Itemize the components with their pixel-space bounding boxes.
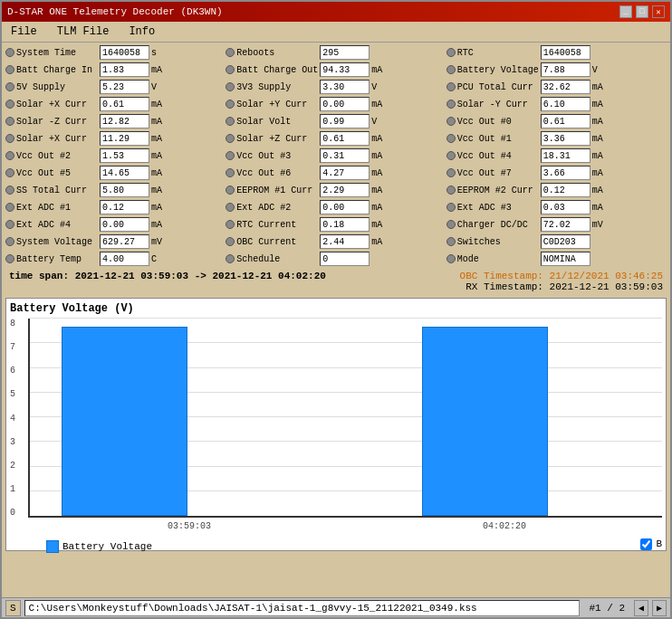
obc-rx-area: OBC Timestamp: 21/12/2021 03:46:25 RX Ti… — [460, 271, 663, 292]
telem-unit: mA — [151, 220, 169, 230]
rx-timestamp-row: RX Timestamp: 2021-12-21 03:59:03 — [460, 281, 663, 292]
telem-unit: mA — [151, 100, 169, 110]
led-indicator — [5, 186, 14, 195]
b-checkbox[interactable] — [640, 538, 652, 550]
telem-label: Battery Voltage — [457, 65, 539, 75]
close-button[interactable]: ✕ — [652, 5, 665, 18]
led-indicator — [226, 203, 235, 212]
telem-label: Vcc Out #1 — [457, 134, 539, 144]
telem-value: 1.53 — [100, 148, 149, 163]
telem-unit: mA — [592, 168, 610, 178]
legend-color-box — [46, 540, 59, 553]
table-row: Solar Volt0.99V — [226, 113, 446, 129]
nav-prev-button[interactable]: ◀ — [634, 600, 648, 616]
led-indicator — [226, 48, 235, 57]
menu-file[interactable]: File — [5, 24, 43, 40]
telem-label: Vcc Out #4 — [457, 151, 539, 161]
telem-label: Vcc Out #0 — [457, 117, 539, 127]
led-indicator — [226, 65, 235, 74]
telem-unit: mA — [151, 168, 169, 178]
window: D-STAR ONE Telemetry Decoder (DK3WN) _ □… — [0, 0, 672, 619]
time-span-value: 2021-12-21 03:59:03 -> 2021-12-21 04:02:… — [75, 271, 326, 281]
telem-value: 0.61 — [541, 114, 590, 129]
telem-value: 32.62 — [541, 80, 590, 94]
y-axis-label: 8 — [10, 319, 24, 329]
status-page: #1 / 2 — [583, 603, 630, 614]
telem-label: 5V Supply — [16, 82, 98, 92]
led-indicator — [446, 168, 456, 177]
telem-label: Batt Charge In — [16, 65, 98, 75]
nav-next-button[interactable]: ▶ — [652, 600, 667, 616]
telem-label: RTC — [457, 48, 539, 58]
telem-value: 0 — [320, 252, 370, 266]
chart-container: Battery Voltage (V) 012345678 03:59:0304… — [5, 298, 667, 551]
telem-value: C0D203 — [541, 234, 590, 249]
telem-label: SS Total Curr — [16, 186, 98, 195]
telem-label: Solar +X Curr — [16, 134, 98, 144]
telem-col-1: System Time1640058sBatt Charge In1.83mA5… — [5, 44, 226, 267]
table-row: ModeNOMINA — [446, 251, 667, 267]
led-indicator — [446, 237, 456, 246]
table-row: Vcc Out #21.53mA — [5, 148, 226, 164]
telem-unit: mA — [592, 117, 610, 127]
telem-value: 1640058 — [100, 45, 149, 60]
table-row: Ext ADC #40.00mA — [5, 216, 226, 233]
obc-ts-label: OBC Timestamp: — [460, 271, 543, 281]
menu-tlm-file[interactable]: TLM File — [52, 24, 115, 40]
table-row: System Voltage629.27mV — [5, 233, 226, 250]
minimize-button[interactable]: _ — [619, 5, 632, 18]
led-indicator — [5, 151, 14, 160]
title-controls[interactable]: _ □ ✕ — [619, 5, 665, 18]
status-path: C:\Users\Monkeystuff\Downloads\JAISAT-1\… — [24, 600, 581, 616]
y-axis-label: 7 — [10, 342, 24, 352]
telem-label: Mode — [457, 254, 539, 264]
table-row: Vcc Out #13.36mA — [446, 130, 667, 147]
table-row: Batt Charge Out94.33mA — [226, 62, 446, 78]
telem-label: Vcc Out #6 — [236, 168, 318, 178]
table-row: Vcc Out #64.27mA — [226, 165, 446, 181]
table-row: RTC Current0.18mA — [226, 216, 446, 233]
y-axis-label: 0 — [10, 508, 24, 518]
led-indicator — [226, 237, 235, 246]
telem-label: Ext ADC #2 — [236, 203, 318, 213]
table-row: RTC1640058 — [446, 44, 667, 61]
led-indicator — [446, 65, 456, 74]
checkbox-b-area[interactable]: B — [640, 538, 662, 550]
led-indicator — [226, 82, 235, 91]
telemetry-grid: System Time1640058sBatt Charge In1.83mA5… — [2, 43, 670, 269]
led-indicator — [446, 100, 456, 109]
telem-value: 18.31 — [541, 148, 590, 163]
menu-info[interactable]: Info — [123, 24, 160, 40]
x-axis-label: 04:02:20 — [483, 521, 526, 531]
grid-line — [30, 318, 662, 319]
telem-value: 0.12 — [541, 183, 590, 197]
telem-value: 1.83 — [100, 62, 149, 77]
table-row: Vcc Out #30.31mA — [226, 148, 446, 164]
telem-unit: mA — [151, 186, 169, 195]
led-indicator — [5, 237, 14, 246]
telem-value: 7.88 — [541, 62, 590, 77]
legend-label: Battery Voltage — [62, 541, 152, 552]
table-row: Solar +X Curr0.61mA — [5, 96, 226, 112]
led-indicator — [446, 203, 456, 212]
led-indicator — [446, 117, 456, 126]
telem-value: 6.10 — [541, 97, 590, 111]
telem-unit: mA — [592, 134, 610, 144]
telem-value: 0.12 — [100, 200, 149, 214]
telem-unit: mA — [151, 203, 169, 213]
table-row: EEPROM #1 Curr2.29mA — [226, 182, 446, 198]
telem-label: EEPROM #1 Curr — [236, 186, 318, 195]
table-row: Reboots295 — [226, 44, 446, 61]
led-indicator — [226, 254, 235, 263]
telem-unit: mA — [371, 168, 389, 178]
telem-value: 3.66 — [541, 166, 590, 180]
table-row: Battery Voltage7.88V — [446, 62, 667, 78]
telem-unit: mA — [371, 203, 389, 213]
table-row: Solar -Y Curr6.10mA — [446, 96, 667, 112]
maximize-button[interactable]: □ — [636, 5, 648, 18]
table-row: Ext ADC #10.12mA — [5, 199, 226, 215]
y-axis-label: 3 — [10, 437, 24, 447]
led-indicator — [5, 203, 14, 212]
telem-label: PCU Total Curr — [457, 82, 539, 92]
obc-timestamp-row: OBC Timestamp: 21/12/2021 03:46:25 — [460, 271, 663, 281]
